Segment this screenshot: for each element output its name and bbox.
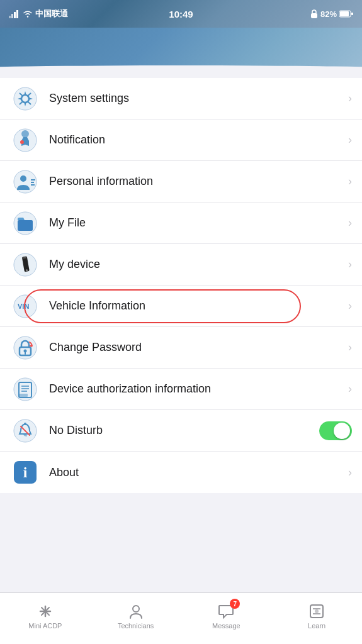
vehicle-information-label: Vehicle Information xyxy=(49,299,348,313)
svg-text:VIN: VIN xyxy=(18,303,29,310)
about-label: About xyxy=(49,466,348,479)
svg-rect-0 xyxy=(9,16,11,18)
svg-point-38 xyxy=(24,423,26,425)
svg-rect-5 xyxy=(311,13,317,18)
gear-icon xyxy=(10,84,40,114)
chevron-icon: › xyxy=(348,466,352,479)
svg-rect-3 xyxy=(16,10,18,18)
personal-info-icon xyxy=(10,167,40,197)
menu-item-notification[interactable]: Notification › xyxy=(0,119,362,161)
no-disturb-icon xyxy=(10,416,40,446)
technicians-icon xyxy=(127,602,145,620)
header-background xyxy=(0,28,362,78)
svg-point-46 xyxy=(133,606,139,612)
my-file-icon xyxy=(10,208,40,238)
device-authorization-label: Device authorization information xyxy=(49,382,348,396)
chevron-icon: › xyxy=(348,216,352,230)
svg-rect-2 xyxy=(14,12,16,18)
tab-bar: Mini ACDP Technicians 7 Message xyxy=(0,592,362,644)
tab-mini-acdp[interactable]: Mini ACDP xyxy=(0,593,91,644)
menu-item-device-authorization[interactable]: Device authorization information › xyxy=(0,369,362,410)
battery-icon xyxy=(339,10,353,18)
status-time: 10:49 xyxy=(169,9,193,19)
menu-item-no-disturb[interactable]: No Disturb xyxy=(0,410,362,452)
battery-text: 82% xyxy=(320,9,337,19)
tab-technicians[interactable]: Technicians xyxy=(91,593,181,644)
status-right: 82% xyxy=(310,9,353,19)
chevron-icon: › xyxy=(348,92,352,105)
message-label: Message xyxy=(212,622,240,630)
my-file-label: My File xyxy=(49,216,348,230)
change-password-label: Change Password xyxy=(49,341,348,354)
mini-acdp-icon xyxy=(37,602,54,620)
learn-label: Learn xyxy=(308,622,325,630)
no-disturb-label: No Disturb xyxy=(49,424,319,437)
chevron-icon: › xyxy=(348,175,352,188)
menu-section: System settings › Notification › xyxy=(0,78,362,493)
status-bar: 中国联通 10:49 82% xyxy=(0,0,362,28)
change-password-icon xyxy=(10,333,40,363)
message-badge: 7 xyxy=(230,599,240,609)
vehicle-info-icon: VIN xyxy=(10,291,40,321)
notification-icon xyxy=(10,125,40,155)
menu-item-personal-info[interactable]: Personal information › xyxy=(0,161,362,203)
svg-rect-1 xyxy=(11,14,13,18)
notification-label: Notification xyxy=(49,133,348,147)
chevron-icon: › xyxy=(348,341,352,354)
svg-point-48 xyxy=(315,609,319,613)
chevron-icon: › xyxy=(348,258,352,271)
svg-point-14 xyxy=(20,175,26,182)
menu-item-about[interactable]: i About › xyxy=(0,452,362,493)
svg-point-9 xyxy=(14,87,37,110)
status-carrier: 中国联通 xyxy=(9,8,68,19)
carrier-name: 中国联通 xyxy=(35,8,68,19)
technicians-label: Technicians xyxy=(118,622,154,630)
my-device-icon xyxy=(10,250,40,280)
personal-info-label: Personal information xyxy=(49,175,348,188)
my-device-label: My device xyxy=(49,258,348,271)
chevron-icon: › xyxy=(348,382,352,396)
mini-acdp-label: Mini ACDP xyxy=(28,622,62,630)
about-icon: i xyxy=(10,457,40,487)
wifi-icon xyxy=(23,10,33,18)
chevron-icon: › xyxy=(348,133,352,147)
learn-icon xyxy=(308,602,325,620)
chevron-icon: › xyxy=(348,299,352,313)
menu-item-my-file[interactable]: My File › xyxy=(0,203,362,244)
menu-item-my-device[interactable]: My device › xyxy=(0,244,362,286)
svg-rect-8 xyxy=(351,13,353,15)
svg-point-12 xyxy=(20,140,24,144)
lock-icon xyxy=(310,9,318,18)
menu-item-vehicle-information[interactable]: VIN Vehicle Information › xyxy=(0,286,362,327)
system-settings-label: System settings xyxy=(49,92,348,105)
menu-list: System settings › Notification › xyxy=(0,78,362,543)
svg-rect-19 xyxy=(18,220,33,231)
menu-item-system-settings[interactable]: System settings › xyxy=(0,78,362,119)
signal-icon xyxy=(9,10,20,18)
svg-text:i: i xyxy=(23,464,28,480)
tab-learn[interactable]: Learn xyxy=(271,593,362,644)
message-icon-wrapper: 7 xyxy=(217,602,235,620)
svg-point-4 xyxy=(27,16,28,17)
no-disturb-toggle[interactable] xyxy=(319,421,352,440)
device-authorization-icon xyxy=(10,374,40,404)
svg-rect-7 xyxy=(340,11,349,16)
tab-message[interactable]: 7 Message xyxy=(181,593,272,644)
svg-rect-36 xyxy=(19,394,28,397)
menu-item-change-password[interactable]: Change Password › xyxy=(0,327,362,369)
